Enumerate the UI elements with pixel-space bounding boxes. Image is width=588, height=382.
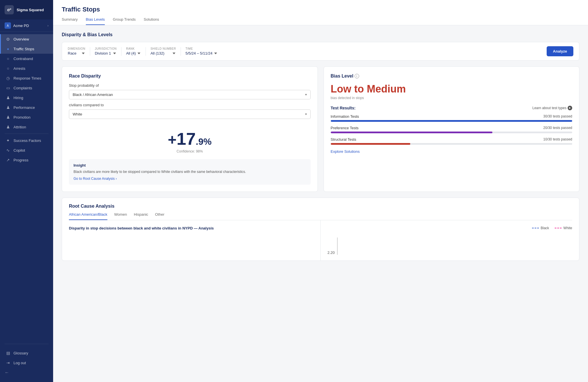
sidebar-item-hiring[interactable]: ♟ Hiring	[0, 93, 53, 103]
sidebar-item-success-factors[interactable]: ✦ Success Factors	[0, 136, 53, 145]
chevron-down-icon: ▾	[305, 93, 307, 97]
tab-bias-levels[interactable]: Bias Levels	[86, 17, 105, 25]
explore-solutions-link[interactable]: Explore Solutions	[331, 149, 572, 154]
sidebar-collapse-button[interactable]: ←	[0, 368, 53, 377]
information-tests-label: Information Tests	[331, 114, 359, 119]
information-tests-bar-bg	[331, 120, 572, 122]
structural-tests-bar-bg	[331, 143, 572, 145]
preference-tests-bar-fill	[331, 132, 493, 133]
rca-tab-african-american[interactable]: African American/Black	[69, 212, 107, 220]
preference-tests-label: Preference Tests	[331, 126, 359, 130]
test-results-title: Test Results:	[331, 106, 356, 110]
sidebar-item-label: Response Times	[13, 76, 41, 80]
root-cause-section: Root Cause Analysis African American/Bla…	[62, 198, 579, 261]
tab-group-trends[interactable]: Group Trends	[113, 17, 136, 25]
app-name: Sigma Squared	[17, 8, 44, 12]
sidebar-item-promotion[interactable]: ♟ Promotion	[0, 112, 53, 122]
rank-filter: Rank All (4)	[126, 47, 141, 55]
sidebar-item-label: Performance	[13, 105, 35, 110]
sidebar-item-label: Traffic Stops	[13, 47, 34, 51]
sidebar-item-overview[interactable]: ⊙ Overview	[0, 34, 53, 44]
shield-select[interactable]: All (132)	[150, 51, 176, 55]
sidebar-item-performance[interactable]: ♟ Performance	[0, 103, 53, 112]
jurisdiction-label: Jurisdiction	[95, 47, 117, 50]
chevron-down-icon-2: ▾	[305, 112, 307, 116]
tab-solutions[interactable]: Solutions	[144, 17, 159, 25]
sidebar-item-glossary[interactable]: ▤ Glossary	[0, 348, 53, 358]
group1-dropdown[interactable]: Black / African American ▾	[69, 90, 311, 99]
race-disparity-title: Race Disparity	[69, 74, 311, 79]
rca-tab-other[interactable]: Other	[155, 212, 165, 220]
structural-tests-row: Structural Tests 10/30 tests passed	[331, 137, 572, 145]
play-icon: ▶	[568, 106, 572, 110]
jurisdiction-filter: Jurisdiction Division 1	[95, 47, 117, 55]
filter-divider-2	[121, 47, 121, 56]
analyze-button[interactable]: Analyze	[547, 46, 573, 56]
sidebar-item-copilot[interactable]: ∿ Copilot	[0, 145, 53, 155]
root-cause-link[interactable]: Go to Root Cause Analysis ›	[74, 177, 306, 181]
jurisdiction-select[interactable]: Division 1	[95, 51, 117, 55]
sidebar-item-response-times[interactable]: ◷ Response Times	[0, 73, 53, 83]
sidebar-item-label: Progress	[13, 158, 28, 162]
chart-legend: Black White	[532, 226, 572, 230]
information-tests-count: 30/30 tests passed	[543, 114, 572, 119]
legend-black-label: Black	[541, 226, 549, 230]
sidebar-item-logout[interactable]: ⇥ Log out	[0, 358, 53, 368]
hiring-icon: ♟	[5, 95, 11, 100]
topbar: Traffic Stops Summary Bias Levels Group …	[53, 0, 588, 25]
dimension-select[interactable]: Race	[68, 51, 85, 55]
arrests-icon: ○	[5, 66, 11, 71]
structural-tests-label: Structural Tests	[331, 137, 356, 142]
sidebar-item-label: Arrests	[13, 66, 25, 71]
shield-filter: Shield Number All (132)	[150, 47, 176, 55]
rank-select[interactable]: All (4)	[126, 51, 141, 55]
main-content: Traffic Stops Summary Bias Levels Group …	[53, 0, 588, 382]
preference-tests-row: Preference Tests 20/30 tests passed	[331, 126, 572, 133]
org-selector[interactable]: A Acme PD ›	[0, 20, 53, 32]
sidebar-item-label: Promotion	[13, 115, 30, 119]
sidebar-item-complaints[interactable]: ▭ Complaints	[0, 83, 53, 93]
sidebar: σ² Sigma Squared A Acme PD › ⊙ Overview …	[0, 0, 53, 382]
compared-label: civilians compared to	[69, 103, 311, 107]
legend-white-label: White	[563, 226, 572, 230]
org-name: Acme PD	[13, 24, 29, 28]
rca-tab-women[interactable]: Women	[114, 212, 127, 220]
sidebar-logo: σ² Sigma Squared	[0, 0, 53, 20]
insight-text: Black civilians are more likely to be st…	[74, 169, 306, 174]
white-dash-icon	[555, 228, 562, 228]
disparity-stat: +17.9% Confidence: 98%	[69, 122, 311, 157]
main-tabs: Summary Bias Levels Group Trends Solutio…	[62, 17, 579, 25]
stat-suffix: %	[203, 136, 211, 147]
group2-dropdown[interactable]: White ▾	[69, 109, 311, 119]
sidebar-item-traffic-stops[interactable]: ● Traffic Stops	[0, 44, 53, 54]
information-tests-bar-fill	[331, 120, 572, 122]
rca-tab-hispanic[interactable]: Hispanic	[134, 212, 148, 220]
chevron-right-icon: ›	[47, 24, 49, 27]
learn-link[interactable]: Learn about test types ▶	[532, 106, 572, 110]
sidebar-item-contraband[interactable]: ○ Contraband	[0, 54, 53, 63]
sidebar-item-label: Log out	[13, 361, 26, 365]
dimension-label: Dimension	[68, 47, 85, 50]
structural-tests-bar-fill	[331, 143, 411, 145]
response-times-icon: ◷	[5, 76, 11, 80]
filter-bar: Dimension Race Jurisdiction Division 1 R…	[62, 42, 579, 61]
disparity-section-title: Disparity & Bias Levels	[62, 32, 579, 37]
stop-prob-label: Stop probability of	[69, 83, 311, 88]
info-icon[interactable]: i	[355, 74, 359, 78]
time-filter: Time 5/5/24 – 5/11/24	[185, 47, 218, 55]
sidebar-item-label: Complaints	[13, 86, 32, 90]
black-dash-icon	[532, 228, 539, 228]
success-factors-icon: ✦	[5, 138, 11, 143]
bias-detected-text: bias detected in stops	[331, 96, 572, 100]
sidebar-item-label: Hiring	[13, 96, 23, 100]
learn-link-text: Learn about test types	[532, 106, 566, 110]
rca-title: Root Cause Analysis	[69, 204, 572, 209]
sidebar-item-progress[interactable]: ↗ Progress	[0, 155, 53, 165]
progress-icon: ↗	[5, 158, 11, 162]
sidebar-item-attrition[interactable]: ♟ Attrition	[0, 122, 53, 132]
complaints-icon: ▭	[5, 86, 11, 90]
sidebar-item-label: Success Factors	[13, 138, 41, 143]
time-select[interactable]: 5/5/24 – 5/11/24	[185, 51, 218, 55]
sidebar-item-arrests[interactable]: ○ Arrests	[0, 63, 53, 73]
tab-summary[interactable]: Summary	[62, 17, 78, 25]
